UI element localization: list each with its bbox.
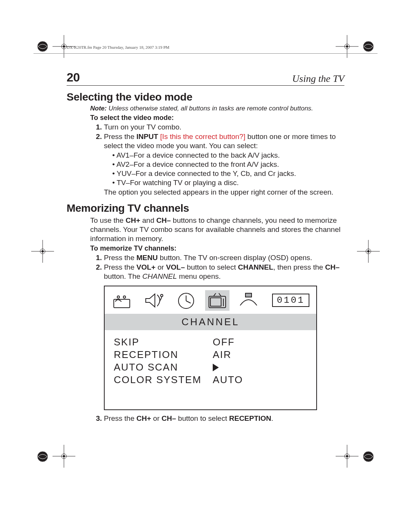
- crop-mark-ornament: [36, 40, 49, 53]
- running-head: Using the TV: [292, 73, 344, 85]
- svg-point-9: [117, 296, 119, 298]
- crop-mark-ornament: [36, 450, 49, 463]
- picture-icon: [112, 290, 136, 311]
- svg-point-10: [123, 296, 126, 298]
- bullet-list: AV1–For a device connected to the back A…: [112, 151, 344, 187]
- note-line: Note: Unless otherwise stated, all butto…: [90, 105, 344, 112]
- procedure-steps: Turn on your TV combo. Press the INPUT […: [90, 123, 344, 197]
- svg-line-14: [186, 301, 191, 303]
- bullet: TV–For watching TV or playing a disc.: [112, 178, 344, 187]
- timer-icon: [174, 290, 198, 311]
- source-file-meta: DX-R20TR.fm Page 20 Thursday, January 18…: [67, 45, 169, 50]
- bullet: AV1–For a device connected to the back A…: [112, 151, 344, 160]
- page-header: 20 Using the TV: [67, 70, 344, 86]
- svg-rect-18: [245, 293, 252, 297]
- step: Turn on your TV combo.: [104, 123, 344, 132]
- osd-row-reception: RECEPTIONAIR: [114, 349, 307, 361]
- page-number: 20: [67, 70, 80, 85]
- svg-point-11: [161, 294, 163, 297]
- crop-mark-ornament: [362, 450, 375, 463]
- section-title-video-mode: Selecting the video mode: [67, 91, 344, 103]
- osd-channel-menu: 0101 CHANNEL SKIPOFF RECEPTIONAIR AUTO S…: [104, 286, 317, 410]
- section-title-memorizing: Memorizing TV channels: [67, 202, 344, 214]
- svg-rect-16: [210, 298, 221, 306]
- function-icon: [236, 290, 261, 311]
- section-intro: To use the CH+ and CH– buttons to change…: [90, 216, 344, 243]
- step: Press the CH+ or CH– button to select RE…: [104, 414, 344, 423]
- procedure-heading: To memorize TV channels:: [90, 244, 344, 252]
- crop-mark-ornament: [362, 40, 375, 53]
- procedure-steps-continued: Press the CH+ or CH– button to select RE…: [90, 414, 344, 423]
- osd-row-skip: SKIPOFF: [114, 336, 307, 348]
- procedure-heading: To select the video mode:: [90, 114, 344, 122]
- bullet: AV2–For a device connected to the front …: [112, 160, 344, 169]
- osd-tab-icons: 0101: [105, 286, 316, 314]
- step: Press the INPUT [Is this the correct but…: [104, 132, 344, 197]
- osd-title: CHANNEL: [105, 314, 316, 330]
- osd-row-autoscan: AUTO SCAN: [114, 361, 307, 373]
- review-comment: [Is this the correct button?]: [158, 133, 247, 141]
- sound-icon: [143, 290, 167, 311]
- channel-tv-icon: [205, 290, 229, 311]
- osd-row-color-system: COLOR SYSTEMAUTO: [114, 374, 307, 386]
- step: Press the VOL+ or VOL– button to select …: [104, 263, 344, 281]
- osd-menu-rows: SKIPOFF RECEPTIONAIR AUTO SCAN COLOR SYS…: [105, 330, 316, 409]
- osd-channel-number: 0101: [272, 294, 309, 307]
- step: Press the MENU button. The TV on-screen …: [104, 253, 344, 262]
- header-thin-rule: [33, 53, 378, 54]
- procedure-steps: Press the MENU button. The TV on-screen …: [90, 253, 344, 281]
- play-triangle-icon: [213, 364, 219, 371]
- bullet: YUV–For a device connected to the Y, Cb,…: [112, 169, 344, 178]
